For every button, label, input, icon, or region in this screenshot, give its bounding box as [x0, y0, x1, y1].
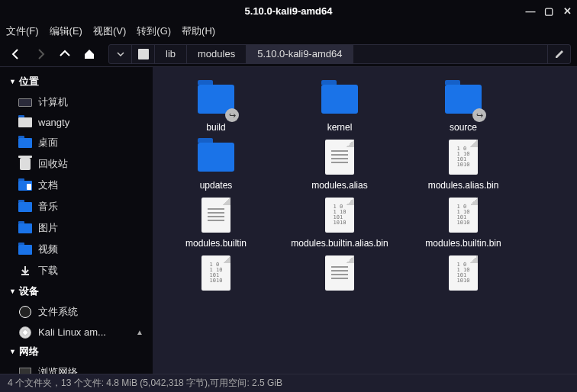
- menu-edit[interactable]: 编辑(E): [50, 24, 82, 38]
- main-area: ▼位置 计算机 wangty 桌面 回收站 文档 音乐 图片 视频 下载 ▼设备…: [0, 67, 577, 374]
- videos-icon: [18, 245, 32, 255]
- status-text: 4 个文件夹，13 个文件: 4.8 MiB (5,042,318 字节),可用…: [8, 377, 282, 390]
- binary-file-icon: 1 0 1 10 101 1010: [449, 140, 478, 175]
- folder-icon: [18, 117, 32, 127]
- home-button[interactable]: [79, 44, 99, 64]
- documents-icon: [18, 181, 32, 191]
- file-partial-2[interactable]: [282, 252, 397, 294]
- symlink-badge-icon: ↪: [472, 108, 486, 122]
- binary-file-icon: 1 0 1 10 101 1010: [325, 198, 354, 233]
- sidebar-downloads[interactable]: 下载: [0, 260, 153, 281]
- sidebar-browse-network[interactable]: 浏览网络: [0, 361, 153, 374]
- pathbar: lib modules 5.10.0-kali9-amd64: [108, 44, 571, 64]
- folder-icon: [198, 143, 234, 172]
- devices-header[interactable]: ▼设备: [0, 281, 153, 301]
- path-history-button[interactable]: [109, 45, 132, 63]
- network-header[interactable]: ▼网络: [0, 342, 153, 361]
- text-file-icon: [325, 140, 354, 175]
- sidebar-videos[interactable]: 视频: [0, 239, 153, 260]
- maximize-button[interactable]: ▢: [543, 5, 554, 16]
- trash-icon: [20, 158, 31, 170]
- folder-source[interactable]: ↪ source: [406, 78, 521, 133]
- chevron-down-icon: ▼: [9, 348, 16, 355]
- folder-kernel[interactable]: kernel: [282, 78, 397, 133]
- back-button[interactable]: [6, 44, 26, 64]
- download-icon: [19, 265, 31, 277]
- symlink-badge-icon: ↪: [225, 108, 239, 122]
- sidebar-desktop[interactable]: 桌面: [0, 132, 153, 153]
- binary-file-icon: 1 0 1 10 101 1010: [201, 255, 230, 291]
- path-edit-button[interactable]: [547, 45, 570, 63]
- sidebar-home[interactable]: wangty: [0, 113, 153, 132]
- forward-button[interactable]: [31, 44, 50, 64]
- sidebar-pictures[interactable]: 图片: [0, 217, 153, 239]
- disk-icon: [19, 306, 31, 318]
- menu-view[interactable]: 视图(V): [93, 24, 126, 38]
- path-root-icon[interactable]: [132, 45, 155, 63]
- path-seg-current[interactable]: 5.10.0-kali9-amd64: [247, 45, 353, 63]
- chevron-down-icon: ▼: [9, 78, 16, 85]
- folder-updates[interactable]: updates: [159, 136, 273, 191]
- file-modules-alias[interactable]: modules.alias: [282, 136, 397, 191]
- sidebar-music[interactable]: 音乐: [0, 196, 153, 217]
- computer-icon: [18, 98, 32, 107]
- folder-build[interactable]: ↪ build: [159, 78, 273, 133]
- binary-file-icon: 1 0 1 10 101 1010: [449, 255, 478, 291]
- close-button[interactable]: ✕: [562, 5, 572, 16]
- up-button[interactable]: [55, 44, 75, 64]
- sidebar: ▼位置 计算机 wangty 桌面 回收站 文档 音乐 图片 视频 下载 ▼设备…: [0, 67, 153, 374]
- statusbar: 4 个文件夹，13 个文件: 4.8 MiB (5,042,318 字节),可用…: [0, 374, 577, 392]
- path-seg-lib[interactable]: lib: [155, 45, 187, 63]
- pictures-icon: [18, 223, 32, 233]
- optical-disk-icon: [19, 326, 31, 339]
- binary-file-icon: 1 0 1 10 101 1010: [449, 198, 478, 233]
- titlebar: 5.10.0-kali9-amd64 — ▢ ✕: [0, 0, 577, 21]
- file-modules-builtin[interactable]: modules.builtin: [159, 194, 273, 249]
- menu-file[interactable]: 文件(F): [6, 24, 39, 38]
- text-file-icon: [325, 255, 354, 291]
- sidebar-documents[interactable]: 文档: [0, 175, 153, 196]
- file-modules-builtin-alias-bin[interactable]: 1 0 1 10 101 1010 modules.builtin.alias.…: [282, 194, 397, 249]
- file-partial-3[interactable]: 1 0 1 10 101 1010: [406, 252, 521, 294]
- sidebar-kali-media[interactable]: Kali Linux am...▲: [0, 323, 153, 342]
- menubar: 文件(F) 编辑(E) 视图(V) 转到(G) 帮助(H): [0, 21, 577, 41]
- path-seg-modules[interactable]: modules: [187, 45, 247, 63]
- chevron-down-icon: ▼: [9, 288, 16, 295]
- sidebar-trash[interactable]: 回收站: [0, 153, 153, 175]
- sidebar-filesystem[interactable]: 文件系统: [0, 301, 153, 323]
- places-header[interactable]: ▼位置: [0, 72, 153, 92]
- window-controls: — ▢ ✕: [525, 5, 572, 16]
- file-modules-builtin-bin[interactable]: 1 0 1 10 101 1010 modules.builtin.bin: [406, 194, 521, 249]
- file-partial-1[interactable]: 1 0 1 10 101 1010: [159, 252, 273, 294]
- desktop-icon: [18, 138, 32, 148]
- text-file-icon: [201, 198, 230, 233]
- eject-icon[interactable]: ▲: [136, 328, 143, 336]
- minimize-button[interactable]: —: [525, 5, 536, 16]
- file-grid[interactable]: ↪ build kernel ↪ source updates modules.…: [153, 67, 577, 374]
- menu-go[interactable]: 转到(G): [137, 24, 171, 38]
- network-icon: [19, 368, 31, 374]
- window-title: 5.10.0-kali9-amd64: [245, 5, 333, 17]
- toolbar: lib modules 5.10.0-kali9-amd64: [0, 41, 577, 67]
- file-modules-alias-bin[interactable]: 1 0 1 10 101 1010 modules.alias.bin: [406, 136, 521, 191]
- sidebar-computer[interactable]: 计算机: [0, 92, 153, 113]
- menu-help[interactable]: 帮助(H): [182, 24, 215, 38]
- music-icon: [18, 202, 32, 212]
- folder-icon: [321, 85, 358, 114]
